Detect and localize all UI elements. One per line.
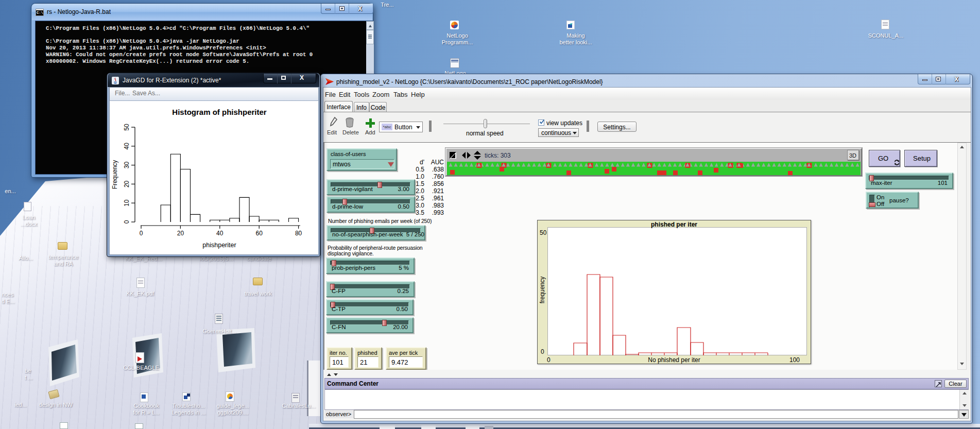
- svg-text:80: 80: [295, 230, 302, 237]
- svg-text:20: 20: [177, 230, 184, 237]
- svg-text:40: 40: [123, 143, 130, 150]
- svg-text:0: 0: [123, 220, 130, 224]
- svg-text:20: 20: [123, 180, 130, 187]
- svg-text:0: 0: [140, 230, 143, 237]
- svg-text:10: 10: [123, 199, 130, 207]
- svg-text:phishperiter: phishperiter: [202, 242, 236, 249]
- svg-text:3D: 3D: [849, 152, 856, 159]
- svg-text:ticks: 303: ticks: 303: [485, 152, 511, 159]
- svg-text:30: 30: [123, 162, 130, 169]
- svg-text:50: 50: [123, 124, 130, 131]
- svg-text:Histogram of phishperiter: Histogram of phishperiter: [172, 108, 267, 116]
- svg-text:Frequency: Frequency: [111, 160, 118, 190]
- svg-text:40: 40: [216, 230, 223, 237]
- svg-text:60: 60: [256, 230, 263, 237]
